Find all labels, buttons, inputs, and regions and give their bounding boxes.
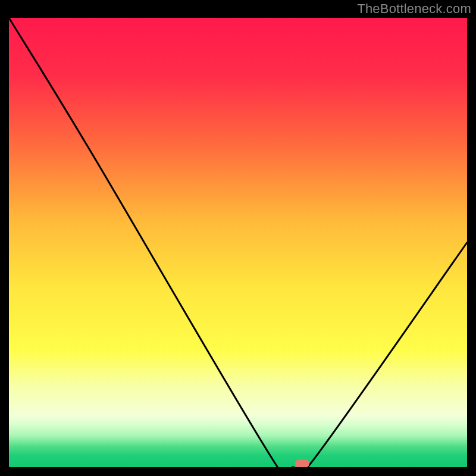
plot-svg — [9, 18, 467, 467]
plot-background — [9, 18, 467, 467]
optimal-marker — [295, 459, 309, 467]
watermark-label: TheBottleneck.com — [357, 1, 471, 17]
bottleneck-plot — [9, 18, 467, 467]
chart-frame: TheBottleneck.com — [0, 0, 476, 476]
